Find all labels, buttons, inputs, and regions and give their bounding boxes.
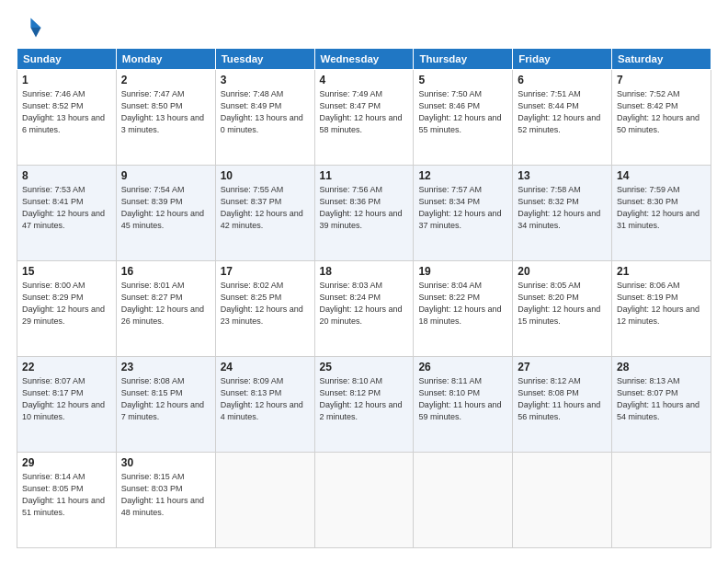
day-info: Sunrise: 8:12 AMSunset: 8:08 PMDaylight:… (518, 375, 607, 423)
day-info: Sunrise: 7:47 AMSunset: 8:50 PMDaylight:… (121, 88, 210, 136)
day-cell: 10 Sunrise: 7:55 AMSunset: 8:37 PMDaylig… (215, 166, 314, 261)
page: Sunday Monday Tuesday Wednesday Thursday… (0, 0, 728, 563)
day-cell: 30 Sunrise: 8:15 AMSunset: 8:03 PMDaylig… (116, 453, 215, 548)
day-cell: 13 Sunrise: 7:58 AMSunset: 8:32 PMDaylig… (513, 166, 612, 261)
day-number: 13 (518, 169, 607, 182)
day-info: Sunrise: 8:13 AMSunset: 8:07 PMDaylight:… (617, 375, 706, 423)
day-cell: 20 Sunrise: 8:05 AMSunset: 8:20 PMDaylig… (513, 261, 612, 357)
table-row: 29 Sunrise: 8:14 AMSunset: 8:05 PMDaylig… (17, 453, 711, 548)
day-info: Sunrise: 8:15 AMSunset: 8:03 PMDaylight:… (121, 471, 210, 519)
day-cell: 18 Sunrise: 8:03 AMSunset: 8:24 PMDaylig… (314, 261, 414, 357)
day-cell: 2 Sunrise: 7:47 AMSunset: 8:50 PMDayligh… (116, 70, 215, 166)
day-number: 12 (418, 169, 507, 182)
day-info: Sunrise: 7:54 AMSunset: 8:39 PMDaylight:… (121, 184, 210, 232)
day-info: Sunrise: 7:53 AMSunset: 8:41 PMDaylight:… (22, 184, 111, 232)
day-info: Sunrise: 8:09 AMSunset: 8:13 PMDaylight:… (221, 375, 310, 423)
day-cell: 16 Sunrise: 8:01 AMSunset: 8:27 PMDaylig… (116, 261, 215, 357)
day-cell: 21 Sunrise: 8:06 AMSunset: 8:19 PMDaylig… (612, 261, 711, 357)
day-info: Sunrise: 7:57 AMSunset: 8:34 PMDaylight:… (418, 184, 507, 232)
day-cell: 19 Sunrise: 8:04 AMSunset: 8:22 PMDaylig… (414, 261, 513, 357)
svg-marker-1 (30, 28, 40, 38)
day-info: Sunrise: 8:04 AMSunset: 8:22 PMDaylight:… (418, 280, 507, 327)
day-number: 16 (121, 265, 210, 278)
day-number: 20 (518, 265, 607, 278)
day-info: Sunrise: 7:59 AMSunset: 8:30 PMDaylight:… (617, 184, 706, 232)
header-wednesday: Wednesday (314, 49, 414, 70)
day-cell: 6 Sunrise: 7:51 AMSunset: 8:44 PMDayligh… (513, 70, 612, 166)
day-info: Sunrise: 8:06 AMSunset: 8:19 PMDaylight:… (617, 280, 706, 327)
day-number: 30 (121, 456, 210, 469)
header-friday: Friday (513, 49, 612, 70)
day-info: Sunrise: 8:14 AMSunset: 8:05 PMDaylight:… (22, 471, 111, 519)
day-number: 11 (320, 169, 409, 182)
day-number: 26 (418, 361, 507, 373)
header-row: Sunday Monday Tuesday Wednesday Thursday… (17, 49, 711, 70)
day-number: 6 (518, 74, 607, 86)
day-number: 15 (22, 265, 111, 278)
empty-cell (314, 453, 414, 548)
day-cell: 11 Sunrise: 7:56 AMSunset: 8:36 PMDaylig… (314, 166, 414, 261)
day-number: 9 (121, 169, 210, 182)
day-cell: 26 Sunrise: 8:11 AMSunset: 8:10 PMDaylig… (414, 357, 513, 453)
header-monday: Monday (116, 49, 215, 70)
day-number: 2 (121, 74, 210, 86)
day-info: Sunrise: 8:03 AMSunset: 8:24 PMDaylight:… (320, 280, 409, 327)
day-number: 14 (617, 169, 706, 182)
logo-icon (17, 15, 42, 40)
day-info: Sunrise: 7:56 AMSunset: 8:36 PMDaylight:… (320, 184, 409, 232)
day-number: 4 (320, 74, 409, 86)
table-row: 15 Sunrise: 8:00 AMSunset: 8:29 PMDaylig… (17, 261, 711, 357)
day-cell: 28 Sunrise: 8:13 AMSunset: 8:07 PMDaylig… (612, 357, 711, 453)
day-cell: 9 Sunrise: 7:54 AMSunset: 8:39 PMDayligh… (116, 166, 215, 261)
header-saturday: Saturday (612, 49, 711, 70)
day-cell: 27 Sunrise: 8:12 AMSunset: 8:08 PMDaylig… (513, 357, 612, 453)
day-info: Sunrise: 7:50 AMSunset: 8:46 PMDaylight:… (418, 88, 507, 136)
day-cell: 3 Sunrise: 7:48 AMSunset: 8:49 PMDayligh… (215, 70, 314, 166)
day-number: 22 (22, 361, 111, 373)
day-number: 28 (617, 361, 706, 373)
header-sunday: Sunday (17, 49, 117, 70)
header-thursday: Thursday (414, 49, 513, 70)
day-cell: 23 Sunrise: 8:08 AMSunset: 8:15 PMDaylig… (116, 357, 215, 453)
day-number: 5 (418, 74, 507, 86)
day-number: 23 (121, 361, 210, 373)
empty-cell (414, 453, 513, 548)
day-info: Sunrise: 8:07 AMSunset: 8:17 PMDaylight:… (22, 375, 111, 423)
day-cell: 24 Sunrise: 8:09 AMSunset: 8:13 PMDaylig… (215, 357, 314, 453)
day-number: 10 (221, 169, 310, 182)
day-number: 25 (320, 361, 409, 373)
day-info: Sunrise: 7:48 AMSunset: 8:49 PMDaylight:… (221, 88, 310, 136)
day-info: Sunrise: 7:52 AMSunset: 8:42 PMDaylight:… (617, 88, 706, 136)
day-number: 21 (617, 265, 706, 278)
day-number: 24 (221, 361, 310, 373)
day-number: 1 (22, 74, 111, 86)
day-info: Sunrise: 8:00 AMSunset: 8:29 PMDaylight:… (22, 280, 111, 327)
day-info: Sunrise: 7:55 AMSunset: 8:37 PMDaylight:… (221, 184, 310, 232)
day-cell: 7 Sunrise: 7:52 AMSunset: 8:42 PMDayligh… (612, 70, 711, 166)
empty-cell (612, 453, 711, 548)
day-number: 27 (518, 361, 607, 373)
day-info: Sunrise: 8:05 AMSunset: 8:20 PMDaylight:… (518, 280, 607, 327)
day-cell: 8 Sunrise: 7:53 AMSunset: 8:41 PMDayligh… (17, 166, 117, 261)
day-cell: 25 Sunrise: 8:10 AMSunset: 8:12 PMDaylig… (314, 357, 414, 453)
table-row: 1 Sunrise: 7:46 AMSunset: 8:52 PMDayligh… (17, 70, 711, 166)
header (17, 15, 711, 40)
day-number: 29 (22, 456, 111, 469)
day-cell: 1 Sunrise: 7:46 AMSunset: 8:52 PMDayligh… (17, 70, 117, 166)
day-info: Sunrise: 8:10 AMSunset: 8:12 PMDaylight:… (320, 375, 409, 423)
day-cell: 17 Sunrise: 8:02 AMSunset: 8:25 PMDaylig… (215, 261, 314, 357)
empty-cell (513, 453, 612, 548)
day-number: 17 (221, 265, 310, 278)
logo (17, 15, 46, 40)
table-row: 8 Sunrise: 7:53 AMSunset: 8:41 PMDayligh… (17, 166, 711, 261)
day-number: 3 (221, 74, 310, 86)
day-info: Sunrise: 7:49 AMSunset: 8:47 PMDaylight:… (320, 88, 409, 136)
day-cell: 29 Sunrise: 8:14 AMSunset: 8:05 PMDaylig… (17, 453, 117, 548)
day-number: 8 (22, 169, 111, 182)
day-info: Sunrise: 8:11 AMSunset: 8:10 PMDaylight:… (418, 375, 507, 423)
header-tuesday: Tuesday (215, 49, 314, 70)
empty-cell (215, 453, 314, 548)
day-number: 19 (418, 265, 507, 278)
day-info: Sunrise: 7:46 AMSunset: 8:52 PMDaylight:… (22, 88, 111, 136)
day-cell: 4 Sunrise: 7:49 AMSunset: 8:47 PMDayligh… (314, 70, 414, 166)
